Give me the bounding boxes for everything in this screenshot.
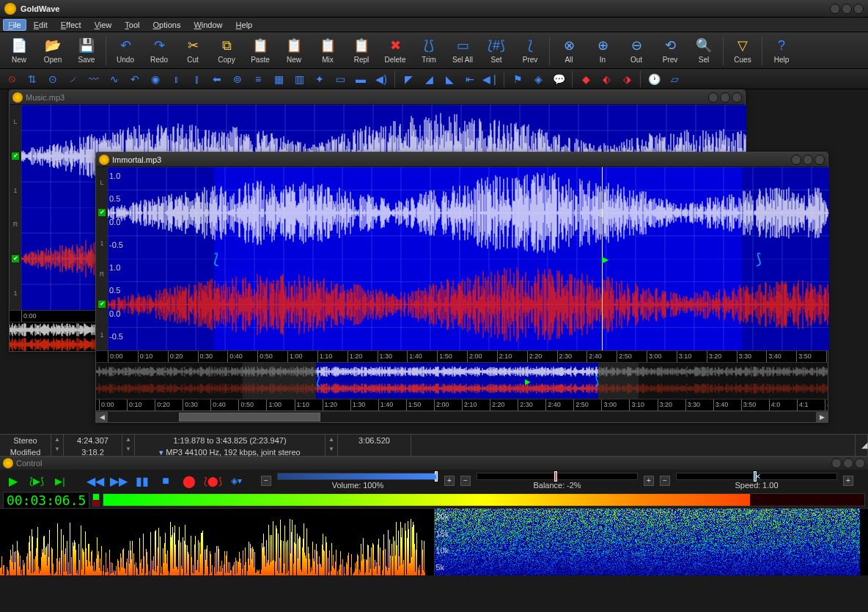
right-channel-toggle[interactable]: ✔ <box>12 255 19 262</box>
play-selection-button[interactable]: ⟅▶⟆ <box>28 472 45 490</box>
maximize-button[interactable] <box>842 4 852 14</box>
effect-cutl-button[interactable]: ◤ <box>400 71 417 87</box>
effect-volup-button[interactable]: ◀❘ <box>482 71 499 87</box>
effect-fadeout-button[interactable]: ◣ <box>441 71 458 87</box>
help-button[interactable]: ?Help <box>765 34 798 67</box>
copy-button[interactable]: ⧉Copy <box>210 34 243 67</box>
control-minimize[interactable] <box>831 458 842 468</box>
effect-splith-button[interactable]: ⫿ <box>188 71 205 87</box>
play-button[interactable]: ▶ <box>4 472 22 490</box>
minimize-button[interactable] <box>830 4 840 14</box>
effect-rgb-button[interactable]: ▥ <box>290 71 308 87</box>
volume-up-button[interactable]: + <box>444 476 455 486</box>
effect-chat2-button[interactable]: ▱ <box>666 71 683 87</box>
effect-skipl-button[interactable]: ⇤ <box>461 71 479 87</box>
menu-file[interactable]: File <box>3 19 26 31</box>
effect-speaker-button[interactable]: ◀) <box>372 71 390 87</box>
cut-button[interactable]: ✂Cut <box>177 34 209 67</box>
set-button[interactable]: ⟅#⟆Set <box>480 34 512 67</box>
effect-wave-button[interactable]: 〰 <box>85 71 103 87</box>
balance-right-button[interactable]: + <box>644 476 654 486</box>
volume-slider[interactable]: ◀ <box>277 473 438 480</box>
zoom-out-button[interactable]: ⊖Out <box>620 34 652 67</box>
replace-button[interactable]: 📋Repl <box>345 34 378 67</box>
effect-diamond-button[interactable]: ◈ <box>529 71 547 87</box>
overview[interactable]: ⟅⟆▶ <box>96 362 828 399</box>
effect-clock-button[interactable]: 🕐 <box>645 71 663 87</box>
effect-line-button[interactable]: ⟋ <box>65 71 82 87</box>
delete-button[interactable]: ✖Delete <box>379 34 411 67</box>
stop-button[interactable]: ■ <box>157 472 174 490</box>
zoom-prev-button[interactable]: ⟲Prev <box>654 34 686 67</box>
effect-eq-button[interactable]: ≡ <box>249 71 267 87</box>
effect-left-button[interactable]: ⬅ <box>208 71 226 87</box>
effect-fadein-button[interactable]: ◢ <box>420 71 438 87</box>
win-maximize[interactable] <box>803 155 813 165</box>
effect-color-button[interactable]: ▬ <box>352 71 369 87</box>
record-button[interactable]: ⬤ <box>180 472 198 490</box>
effect-red3-button[interactable]: ⬗ <box>618 71 636 87</box>
zoom-all-button[interactable]: ⊗All <box>553 34 585 67</box>
status-grip[interactable]: ◢ <box>856 435 868 456</box>
spinner-down[interactable]: ▼ <box>54 446 60 452</box>
file-button[interactable]: 📄New <box>3 34 35 67</box>
effect-flag1-button[interactable]: ⚑ <box>509 71 526 87</box>
selection-end-handle[interactable]: ⟆ <box>756 167 762 350</box>
rewind-button[interactable]: ◀◀ <box>87 472 104 490</box>
effect-red2-button[interactable]: ⬖ <box>597 71 615 87</box>
speed-down-button[interactable]: − <box>660 476 670 486</box>
paste-button[interactable]: 📋Paste <box>244 34 276 67</box>
pause-button[interactable]: ▮▮ <box>133 472 151 490</box>
speed-slider[interactable]: ✕ <box>676 473 837 480</box>
balance-slider[interactable] <box>477 473 638 480</box>
zoom-in-button[interactable]: ⊕In <box>586 34 619 67</box>
effect-updown-button[interactable]: ⇅ <box>23 71 41 87</box>
undo-button[interactable]: ↶Undo <box>109 34 141 67</box>
effect-dot-button[interactable]: ⊙ <box>44 71 62 87</box>
overview-ruler[interactable]: 0:000:100:200:300:400:501:001:101:201:30… <box>96 399 828 410</box>
menu-options[interactable]: Options <box>147 19 187 31</box>
time-ruler[interactable]: 0:000:100:200:300:400:501:001:101:201:30… <box>96 350 828 362</box>
menu-view[interactable]: View <box>89 19 118 31</box>
win-close[interactable] <box>814 155 825 165</box>
options-button[interactable]: ◈▾ <box>227 472 245 490</box>
horizontal-scrollbar[interactable]: ◀▶ <box>96 410 828 422</box>
menu-edit[interactable]: Edit <box>28 19 54 31</box>
scroll-thumb[interactable] <box>179 413 320 421</box>
folder-button[interactable]: 📂Open <box>37 34 69 67</box>
effect-red1-button[interactable]: ◆ <box>577 71 595 87</box>
record-selection-button[interactable]: ⟅⬤⟆ <box>204 472 221 490</box>
forward-button[interactable]: ▶▶ <box>110 472 128 490</box>
spinner-up[interactable]: ▲ <box>54 436 60 443</box>
speed-up-button[interactable]: + <box>843 476 853 486</box>
control-close[interactable] <box>855 458 865 468</box>
effect-splitc-button[interactable]: ⊜ <box>229 71 246 87</box>
right-channel-toggle[interactable]: ✔ <box>98 301 106 308</box>
scroll-left[interactable]: ◀ <box>96 412 108 422</box>
balance-left-button[interactable]: − <box>460 476 471 486</box>
left-channel-toggle[interactable]: ✔ <box>98 209 106 216</box>
close-button[interactable] <box>853 4 864 14</box>
selection-start-handle[interactable]: ⟅ <box>213 167 219 350</box>
paste-new-button[interactable]: 📋New <box>278 34 310 67</box>
effect-cross-button[interactable]: ✦ <box>311 71 328 87</box>
win-minimize[interactable] <box>708 92 718 103</box>
effect-undo2-button[interactable]: ↶ <box>126 71 144 87</box>
select-all-button[interactable]: ▭Sel All <box>446 34 479 67</box>
left-channel-toggle[interactable]: ✔ <box>12 152 19 160</box>
volume-down-button[interactable]: − <box>261 476 271 486</box>
save-button[interactable]: 💾Save <box>70 34 103 67</box>
scroll-right[interactable]: ▶ <box>816 412 828 422</box>
effect-no-button[interactable]: ⦸ <box>3 71 21 87</box>
trim-button[interactable]: ⟅⟆Trim <box>413 34 445 67</box>
zoom-sel-button[interactable]: 🔍Sel <box>688 34 720 67</box>
prev-sel-button[interactable]: ⟅Prev <box>514 34 546 67</box>
menu-effect[interactable]: Effect <box>55 19 87 31</box>
control-maximize[interactable] <box>843 458 853 468</box>
win-minimize[interactable] <box>791 155 801 165</box>
menu-help[interactable]: Help <box>230 19 259 31</box>
redo-button[interactable]: ↷Redo <box>143 34 175 67</box>
menu-window[interactable]: Window <box>188 19 228 31</box>
effect-splitv-button[interactable]: ⫾ <box>167 71 185 87</box>
cues-button[interactable]: ▽Cues <box>727 34 759 67</box>
